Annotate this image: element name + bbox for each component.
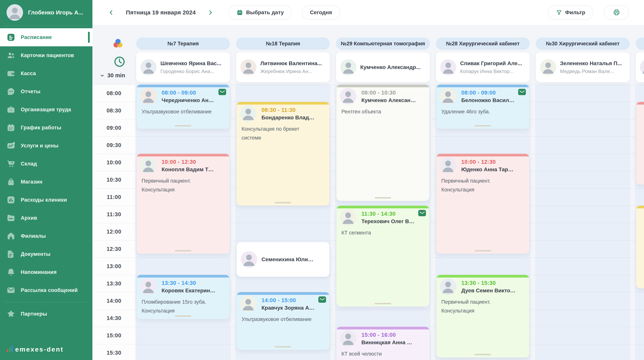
appointment-color-bar: [236, 102, 330, 105]
appointment-note: КТ всей челюсти: [342, 349, 425, 358]
room-header-pill[interactable]: №29 Компьютерная томография: [336, 38, 430, 50]
drag-handle[interactable]: [375, 197, 391, 199]
schedule-icon: [6, 33, 15, 42]
sidebar-item-label: Напоминания: [21, 269, 57, 275]
brand-logo: emexes-dent: [7, 345, 64, 353]
sidebar-item-calendar[interactable]: График работы: [0, 119, 92, 137]
user-name: Глобенко Игорь А...: [28, 10, 83, 16]
room-header-pill[interactable]: №28 Хирургический кабинет: [436, 38, 530, 50]
appointment-card[interactable]: 14:00 - 15:00Кравчук Зоряна Алексан...Ул…: [236, 292, 330, 350]
time-label: 14:00: [92, 292, 136, 309]
sidebar-item-patients[interactable]: Карточки пациентов: [0, 46, 92, 64]
sidebar-item-schedule[interactable]: Расписание: [0, 28, 92, 46]
pick-date-button[interactable]: Выбрать дату: [228, 5, 292, 20]
sidebar-item-expenses[interactable]: Расходы клиники: [0, 191, 92, 209]
patient-avatar: [240, 105, 256, 122]
drag-handle[interactable]: [175, 315, 191, 317]
drag-handle[interactable]: [474, 250, 491, 251]
drag-handle[interactable]: [474, 125, 491, 127]
appointment-note: Пломбирование 15го зуба.Консультация: [142, 297, 225, 315]
appointment-note: КТ сегмента: [342, 228, 425, 237]
appointment-color-bar: [336, 85, 430, 87]
drag-handle[interactable]: [375, 303, 391, 304]
sidebar-item-bell[interactable]: Напоминания: [0, 263, 92, 281]
doctor-card[interactable]: [636, 52, 644, 82]
time-label: 12:00: [92, 223, 136, 240]
filter-label: Фильтр: [565, 10, 585, 16]
message-envelope-icon: [218, 89, 226, 95]
appointment-time: 10:00 - 12:30: [461, 159, 496, 165]
appointment-note-line: Пломбирование 15го зуба.: [142, 297, 225, 306]
next-day-button[interactable]: [205, 7, 216, 18]
appointment-card[interactable]: 13:30 - 15:30Дуев Семен ВикторовичПервич…: [436, 275, 529, 357]
user-profile[interactable]: Глобенко Игорь А...: [0, 0, 92, 24]
appointment-card[interactable]: 10:00 - 12:30Юденко Анна ТарасовнаПервич…: [436, 154, 529, 254]
appointment-card[interactable]: [636, 206, 644, 288]
patient-name: Конопля Вадим Тарасов...: [162, 166, 216, 173]
doctor-card[interactable]: Зелененко Наталья П...Медведь Роман Вале…: [536, 52, 630, 82]
filter-button[interactable]: Фильтр: [548, 5, 593, 20]
sidebar-item-services[interactable]: Услуги и цены: [0, 137, 92, 155]
appointment-note: Ультразвуковое отбеливание: [242, 315, 325, 324]
doctor-card[interactable]: Литвинюк Валентина...Жеребнюк Ирина Ан..…: [236, 52, 330, 82]
sidebar-item-reports[interactable]: Отчеты: [0, 83, 92, 101]
appointment-color-bar: [336, 206, 430, 208]
appointment-card[interactable]: 15:00 - 16:00Винницкая Анна Иванов...КТ …: [336, 327, 430, 360]
room-header-pill[interactable]: №7 Терапия: [136, 38, 230, 50]
doctor-card[interactable]: Шевченко Ярина Вас...Городенко Борис Ана…: [136, 52, 230, 82]
appointment-note-line: КТ сегмента: [342, 228, 425, 237]
sidebar-item-folder[interactable]: Архив: [0, 209, 92, 227]
room-header-pill[interactable]: [636, 38, 644, 50]
appointment-note-line: Рентген объекта: [342, 107, 425, 116]
patient-avatar: [340, 209, 356, 226]
appointment-card[interactable]: [636, 102, 644, 185]
sidebar-item-bag[interactable]: Магазин: [0, 173, 92, 191]
today-button[interactable]: Сегодня: [302, 5, 340, 20]
drag-handle[interactable]: [175, 125, 191, 127]
sidebar-item-cashbox[interactable]: Касса: [0, 64, 92, 83]
appointment-card[interactable]: 10:00 - 12:30Конопля Вадим Тарасов...Пер…: [136, 154, 230, 254]
patient-avatar: [440, 157, 456, 174]
appointment-time: 14:00 - 15:00: [262, 297, 296, 303]
prev-day-button[interactable]: [106, 7, 116, 18]
doctor-names: Кумченко Александр...: [360, 64, 420, 70]
color-legend-icon[interactable]: [112, 38, 124, 50]
appointment-card[interactable]: 13:30 - 14:30Коровяк Екатерина Дми...Пло…: [136, 275, 230, 319]
sidebar-item-label: Касса: [21, 71, 36, 77]
sidebar-item-briefcase[interactable]: Организация труда: [0, 101, 92, 119]
doctor-avatar: [540, 59, 556, 75]
services-icon: [6, 141, 15, 150]
doctor-names: Шевченко Ярина Вас...Городенко Борис Ана…: [160, 60, 221, 74]
reports-icon: [6, 87, 15, 96]
doctor-card[interactable]: Кумченко Александр...: [336, 52, 430, 82]
drag-handle[interactable]: [275, 202, 291, 203]
appointment-card[interactable]: 08:00 - 09:00Чередниченко Антонина...Уль…: [136, 85, 230, 129]
sidebar-item-home[interactable]: Филиалы: [0, 227, 92, 245]
appointment-card[interactable]: 11:30 - 14:30Терехович Олег Викторо...КТ…: [336, 206, 430, 306]
time-label: 14:30: [92, 309, 136, 327]
room-header-pill[interactable]: №18 Терапия: [236, 38, 330, 50]
appointment-card[interactable]: 08:00 - 10:30Кумченко Александр В...Рент…: [336, 85, 430, 201]
sidebar-item-cart[interactable]: Склад: [0, 155, 92, 173]
drag-handle[interactable]: [275, 346, 291, 347]
appointment-card[interactable]: 08:00 - 09:00Белоножко Василий Ива...Уда…: [436, 85, 529, 129]
time-scale-clock-icon[interactable]: [114, 56, 125, 68]
today-label: Сегодня: [310, 10, 332, 16]
sidebar-item-label: График работы: [21, 125, 61, 131]
doctor-shift-card[interactable]: Семенихина Юлия А...: [236, 242, 330, 277]
patient-name: Кумченко Александр В...: [362, 97, 416, 103]
appointment-note-line: Ультразвуковое отбеливание: [242, 315, 325, 324]
drag-handle[interactable]: [474, 354, 491, 355]
appointment-card[interactable]: 08:30 - 11:30Бондаренко Владимир...Консу…: [236, 102, 330, 206]
doctor-card[interactable]: Спивак Григорий Але...Копарук Инна Викто…: [436, 52, 530, 82]
sidebar-item-envelope[interactable]: Рассылка сообщений: [0, 281, 92, 299]
appointment-time: 08:00 - 09:00: [162, 90, 196, 96]
room-header-pill[interactable]: №30 Хирургический кабинет: [536, 38, 630, 50]
print-button[interactable]: [604, 5, 629, 20]
sidebar-item-document[interactable]: Документы: [0, 245, 92, 263]
interval-selector[interactable]: 30 min: [100, 72, 125, 79]
drag-handle[interactable]: [175, 250, 191, 251]
brand-logo-text: emexes-dent: [15, 345, 64, 353]
doctor-name: Кумченко Александр...: [360, 64, 420, 70]
sidebar-item-star[interactable]: Партнеры: [0, 305, 92, 323]
